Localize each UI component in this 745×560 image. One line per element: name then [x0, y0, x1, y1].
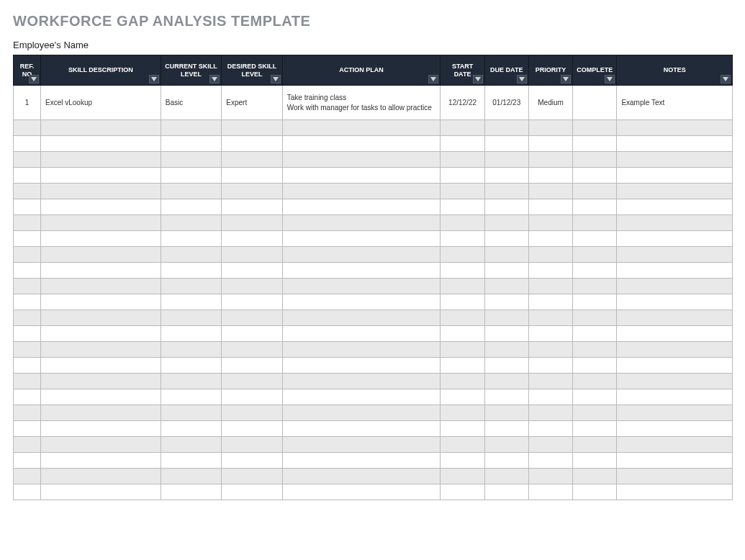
empty-cell[interactable] — [282, 215, 441, 231]
empty-cell[interactable] — [14, 374, 41, 389]
empty-cell[interactable] — [573, 168, 617, 184]
filter-icon[interactable] — [271, 75, 281, 83]
cell-notes[interactable]: Example Text — [617, 86, 733, 120]
empty-cell[interactable] — [282, 120, 441, 136]
empty-cell[interactable] — [14, 437, 41, 453]
empty-cell[interactable] — [441, 389, 484, 405]
empty-cell[interactable] — [484, 215, 528, 231]
empty-cell[interactable] — [617, 136, 733, 152]
empty-cell[interactable] — [528, 453, 572, 469]
cell-current[interactable]: Basic — [161, 86, 221, 120]
empty-cell[interactable] — [528, 215, 572, 231]
empty-cell[interactable] — [14, 421, 41, 437]
empty-cell[interactable] — [617, 215, 733, 231]
filter-icon[interactable] — [209, 75, 220, 83]
empty-cell[interactable] — [484, 342, 528, 358]
empty-cell[interactable] — [161, 389, 221, 405]
cell-desired[interactable]: Expert — [222, 86, 282, 120]
empty-cell[interactable] — [441, 405, 484, 421]
empty-cell[interactable] — [282, 421, 441, 437]
empty-cell[interactable] — [161, 247, 221, 263]
empty-cell[interactable] — [617, 247, 733, 263]
empty-cell[interactable] — [441, 453, 484, 469]
empty-cell[interactable] — [161, 453, 221, 469]
empty-cell[interactable] — [573, 136, 617, 152]
empty-cell[interactable] — [41, 263, 161, 279]
empty-cell[interactable] — [484, 484, 528, 500]
empty-cell[interactable] — [41, 136, 161, 152]
empty-cell[interactable] — [161, 279, 221, 294]
empty-cell[interactable] — [14, 215, 41, 231]
empty-cell[interactable] — [617, 294, 733, 310]
empty-cell[interactable] — [282, 389, 441, 405]
empty-cell[interactable] — [573, 374, 617, 389]
empty-cell[interactable] — [282, 168, 441, 184]
empty-cell[interactable] — [282, 247, 441, 263]
empty-cell[interactable] — [617, 437, 733, 453]
empty-cell[interactable] — [282, 310, 441, 326]
empty-cell[interactable] — [573, 405, 617, 421]
empty-cell[interactable] — [222, 136, 282, 152]
empty-cell[interactable] — [222, 469, 282, 484]
empty-cell[interactable] — [222, 120, 282, 136]
empty-cell[interactable] — [573, 484, 617, 500]
empty-cell[interactable] — [14, 231, 41, 247]
empty-cell[interactable] — [441, 184, 484, 199]
empty-cell[interactable] — [282, 152, 441, 168]
empty-cell[interactable] — [282, 342, 441, 358]
empty-cell[interactable] — [617, 374, 733, 389]
empty-cell[interactable] — [484, 437, 528, 453]
empty-cell[interactable] — [222, 389, 282, 405]
empty-cell[interactable] — [617, 453, 733, 469]
empty-cell[interactable] — [441, 215, 484, 231]
empty-cell[interactable] — [484, 326, 528, 342]
empty-cell[interactable] — [617, 199, 733, 215]
empty-cell[interactable] — [222, 358, 282, 374]
empty-cell[interactable] — [484, 279, 528, 294]
filter-icon[interactable] — [721, 75, 731, 83]
empty-cell[interactable] — [573, 152, 617, 168]
empty-cell[interactable] — [617, 152, 733, 168]
empty-cell[interactable] — [161, 405, 221, 421]
empty-cell[interactable] — [282, 405, 441, 421]
empty-cell[interactable] — [441, 421, 484, 437]
empty-cell[interactable] — [41, 310, 161, 326]
empty-cell[interactable] — [441, 231, 484, 247]
empty-cell[interactable] — [222, 199, 282, 215]
empty-cell[interactable] — [528, 469, 572, 484]
empty-cell[interactable] — [528, 405, 572, 421]
empty-cell[interactable] — [528, 389, 572, 405]
empty-cell[interactable] — [222, 484, 282, 500]
empty-cell[interactable] — [161, 294, 221, 310]
empty-cell[interactable] — [484, 310, 528, 326]
empty-cell[interactable] — [282, 279, 441, 294]
empty-cell[interactable] — [41, 279, 161, 294]
empty-cell[interactable] — [14, 358, 41, 374]
empty-cell[interactable] — [484, 199, 528, 215]
empty-cell[interactable] — [484, 294, 528, 310]
empty-cell[interactable] — [573, 469, 617, 484]
empty-cell[interactable] — [484, 469, 528, 484]
empty-cell[interactable] — [484, 453, 528, 469]
filter-icon[interactable] — [428, 75, 438, 83]
empty-cell[interactable] — [14, 168, 41, 184]
empty-cell[interactable] — [41, 168, 161, 184]
empty-cell[interactable] — [14, 326, 41, 342]
empty-cell[interactable] — [161, 421, 221, 437]
empty-cell[interactable] — [161, 484, 221, 500]
empty-cell[interactable] — [528, 374, 572, 389]
empty-cell[interactable] — [282, 484, 441, 500]
empty-cell[interactable] — [441, 199, 484, 215]
empty-cell[interactable] — [161, 326, 221, 342]
empty-cell[interactable] — [41, 199, 161, 215]
cell-skill[interactable]: Excel vLookup — [41, 86, 161, 120]
empty-cell[interactable] — [222, 263, 282, 279]
empty-cell[interactable] — [617, 342, 733, 358]
empty-cell[interactable] — [528, 326, 572, 342]
empty-cell[interactable] — [573, 294, 617, 310]
cell-due[interactable]: 01/12/23 — [484, 86, 528, 120]
empty-cell[interactable] — [528, 437, 572, 453]
empty-cell[interactable] — [573, 247, 617, 263]
empty-cell[interactable] — [573, 279, 617, 294]
empty-cell[interactable] — [41, 389, 161, 405]
